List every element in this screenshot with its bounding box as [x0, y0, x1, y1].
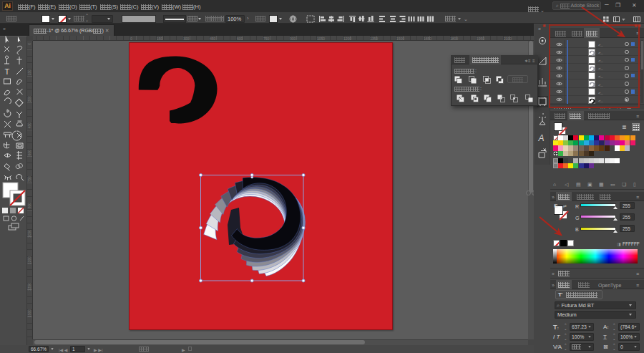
svg-text:A: A — [538, 133, 545, 143]
svg-text:T: T — [5, 67, 10, 76]
